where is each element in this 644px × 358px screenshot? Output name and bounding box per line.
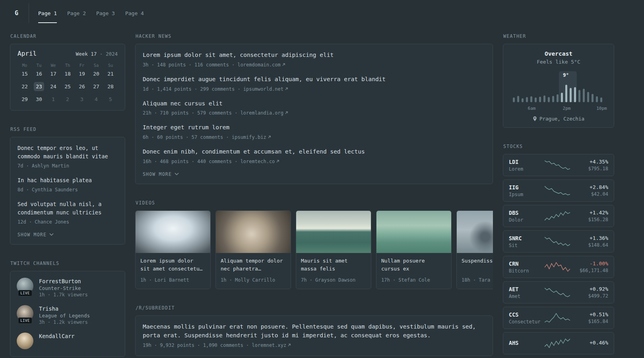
external-link-icon (268, 134, 271, 141)
video-card[interactable]: Aliquam tempor dolor nec pharetra… 1h · … (215, 210, 291, 289)
stock-row[interactable]: AET Amet +0.92% $499.72 (503, 281, 614, 304)
rss-list: Donec tempor eros leo, ut commodo mauris… (17, 144, 118, 226)
twitch-channel-row[interactable]: LIVE KendallCarr (17, 333, 118, 349)
stock-row[interactable]: CRN Bitcorn -1.00% $66,171.48 (503, 256, 614, 278)
calendar-day: 22 (19, 82, 30, 91)
feed-item-title[interactable]: Maecenas mollis pulvinar erat non posuer… (143, 323, 485, 340)
page-tab[interactable]: Page 4 (125, 3, 144, 23)
calendar-week-year: Week 17 · 2024 (76, 51, 118, 57)
current-temp-label: 9° (563, 72, 569, 78)
stock-values: +4.35% $795.18 (570, 159, 608, 171)
calendar-day: 2 (62, 95, 73, 104)
external-link-icon (285, 109, 288, 117)
rss-show-more-button[interactable]: SHOW MORE (17, 232, 54, 237)
stock-row[interactable]: IIG Ipsum +2.84% $42.04 (503, 179, 614, 202)
stock-price: $499.72 (570, 293, 608, 299)
rss-item: Donec tempor eros leo, ut commodo mauris… (17, 144, 118, 169)
feed-item-domain-link[interactable]: ipsumify.biz (232, 134, 271, 140)
avatar (17, 333, 33, 349)
weather-hour-bar (513, 97, 515, 102)
feed-item-title[interactable]: Aliquam nec cursus elit (143, 99, 485, 108)
video-card[interactable]: Suspendisse diam 18h · Tara (456, 210, 493, 289)
page-tab[interactable]: Page 3 (96, 3, 115, 23)
hackernews-show-more-button[interactable]: SHOW MORE (143, 171, 179, 177)
calendar-day: 4 (91, 95, 101, 104)
calendar-day: 20 (91, 69, 101, 78)
feed-item-domain-link[interactable]: loremtech.co (241, 159, 280, 164)
dashboard-page: G Page 1Page 2Page 3Page 4 CALENDAR Apri… (10, 3, 614, 358)
calendar-day: 23 (34, 82, 44, 91)
weather-condition: Overcast (510, 51, 607, 57)
calendar-day-header: Su (108, 63, 113, 68)
weather-section-title: WEATHER (503, 33, 614, 39)
middle-column: HACKER NEWS Lorem ipsum dolor sit amet, … (135, 33, 493, 358)
weather-bars (513, 84, 602, 102)
weather-time-label: 10pm (596, 106, 607, 111)
feed-item-title[interactable]: Donec enim nibh, condimentum et accumsan… (143, 148, 485, 156)
twitch-card: LIVE ForrestBurton Counter-Strike 1h · 1… (10, 271, 125, 357)
channel-category: League of Legends (39, 313, 90, 319)
feed-item-title[interactable]: Integer eget rutrum lorem (143, 123, 485, 132)
video-meta: 7h · Grayson Dawson (301, 277, 355, 283)
stock-row[interactable]: LDI Lorem +4.35% $795.18 (503, 154, 614, 176)
stock-change: +0.46% (570, 340, 608, 346)
twitch-channel-row[interactable]: LIVE Trisha League of Legends 3h · 1.2k … (17, 305, 118, 325)
video-card[interactable]: Nullam posuere cursus ex 17h · Stefan Co… (376, 210, 452, 289)
weather-hour-bar (552, 96, 554, 102)
calendar-week-label: Week 17 (76, 51, 97, 57)
stock-price: $66,171.48 (570, 268, 608, 273)
stock-identity: SNRC Sit (509, 235, 545, 248)
stock-symbol: AET (509, 286, 545, 292)
stocks-section-title: STOCKS (503, 144, 614, 149)
hackernews-list: Lorem ipsum dolor sit amet, consectetur … (143, 51, 485, 165)
stock-row[interactable]: CCS Consectetur +0.51% $165.84 (503, 307, 614, 329)
calendar-day: 25 (62, 82, 73, 91)
calendar-day-header: Th (65, 63, 70, 68)
weather-hour-bar (578, 90, 580, 102)
feed-item-meta: 6h · 60 points · 57 comments · ipsumify.… (143, 134, 485, 141)
video-card[interactable]: Lorem ipsum dolor sit amet consectetu… 1… (135, 210, 211, 289)
calendar-day: 5 (105, 95, 116, 104)
channel-avatar: LIVE (17, 333, 33, 349)
twitch-section-title: TWITCH CHANNELS (10, 261, 125, 266)
stock-change: -1.00% (570, 261, 608, 267)
feed-item-domain-link[interactable]: loremdomain.com (237, 62, 285, 68)
page-tab[interactable]: Page 1 (38, 3, 57, 23)
stock-row[interactable]: SNRC Sit +1.36% $148.64 (503, 230, 614, 253)
feed-item-domain-link[interactable]: ipsumworld.net (243, 86, 288, 92)
rss-item-title[interactable]: Donec tempor eros leo, ut commodo mauris… (17, 144, 118, 161)
stock-change: +0.51% (570, 311, 608, 317)
feed-item-title[interactable]: Lorem ipsum dolor sit amet, consectetur … (143, 51, 485, 60)
page-tab[interactable]: Page 2 (67, 3, 86, 23)
rss-item-title[interactable]: Sed volutpat nulla nisl, a condimentum n… (17, 200, 118, 217)
video-thumbnail (136, 211, 210, 253)
dashboard-grid: CALENDAR April Week 17 · 2024 MoTuWeThFr… (10, 33, 614, 358)
hackernews-widget: HACKER NEWS Lorem ipsum dolor sit amet, … (135, 33, 493, 184)
video-card[interactable]: Mauris sit amet massa felis 7h · Grayson… (296, 210, 371, 289)
app-logo[interactable]: G (10, 3, 29, 23)
feed-item-domain-link[interactable]: loremlandia.org (241, 110, 288, 116)
stock-row[interactable]: DBS Dolor +1.42% $156.28 (503, 205, 614, 227)
weather-hour-bar (539, 97, 541, 102)
video-thumbnail (296, 211, 371, 253)
calendar-days-grid: 1516171819202122232425262728293012345 (17, 69, 118, 104)
feed-item-title[interactable]: Donec imperdiet augue tincidunt felis al… (143, 75, 485, 84)
feed-item-domain: loremnet.xyz (252, 342, 287, 348)
weather-hour-bar (548, 97, 550, 102)
video-carousel[interactable]: Lorem ipsum dolor sit amet consectetu… 1… (135, 210, 493, 289)
weather-hour-bar (570, 88, 572, 102)
feed-item: Donec imperdiet augue tincidunt felis al… (143, 75, 485, 93)
twitch-channel-row[interactable]: LIVE ForrestBurton Counter-Strike 1h · 1… (17, 278, 118, 298)
video-title: Aliquam tempor dolor nec pharetra… (221, 257, 286, 273)
rss-item-title[interactable]: In hac habitasse platea (17, 176, 118, 185)
feed-item-domain-link[interactable]: loremnet.xyz (252, 342, 291, 348)
stock-change: +0.92% (570, 286, 608, 292)
channel-avatar: LIVE (17, 278, 33, 294)
calendar-day-headers: MoTuWeThFrSaSu (17, 63, 118, 69)
channel-meta: 1h · 1.7k viewers (39, 292, 88, 298)
calendar-day: 17 (48, 69, 58, 78)
stock-identity: CRN Bitcorn (509, 261, 545, 274)
stock-row[interactable]: AHS +0.46% (503, 332, 614, 354)
weather-hour-bar (587, 92, 589, 102)
stock-name: Lorem (509, 166, 545, 172)
